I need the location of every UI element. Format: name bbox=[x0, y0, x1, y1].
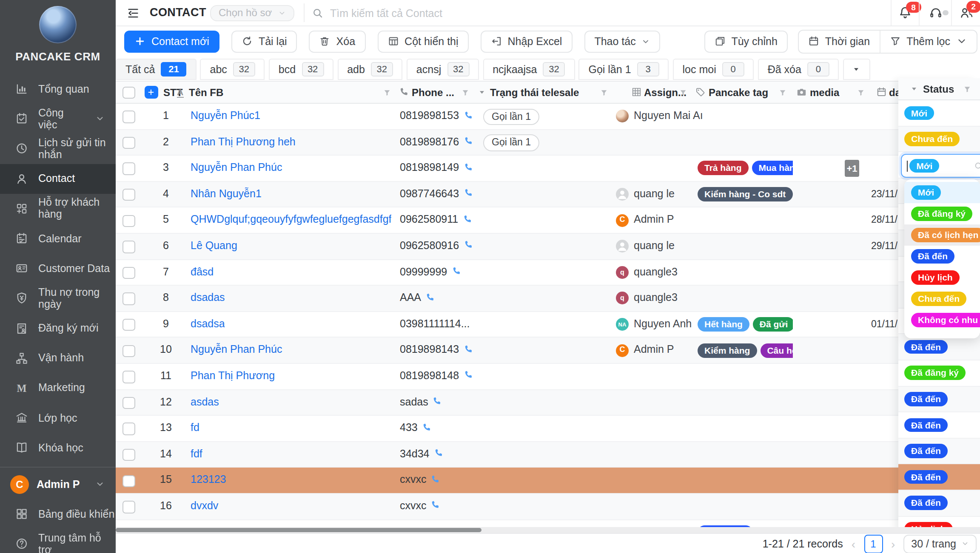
tab-a-xoa[interactable]: Đã xóa0 bbox=[758, 59, 839, 80]
phone-icon[interactable] bbox=[463, 370, 473, 380]
more-tags-badge[interactable]: +1 bbox=[845, 159, 859, 177]
tag-pill[interactable]: Trả hàng bbox=[698, 161, 749, 176]
status-editor-input[interactable]: Mới bbox=[901, 154, 980, 178]
filter-icon[interactable] bbox=[679, 82, 687, 103]
assignee-cell[interactable]: qquangle3 bbox=[616, 260, 678, 285]
support-call-button[interactable] bbox=[919, 0, 951, 26]
row-checkbox[interactable] bbox=[122, 449, 135, 461]
status-pill[interactable]: Đã đến bbox=[904, 444, 948, 458]
status-pill[interactable]: Đã đến bbox=[904, 340, 948, 354]
contact-name-link[interactable]: Nguyễn Phúc1 bbox=[191, 104, 260, 129]
status-pill[interactable]: Chưa đến bbox=[904, 132, 960, 146]
thoi-gian-button[interactable]: Thời gian bbox=[799, 30, 879, 52]
page-size-select[interactable]: 30 / trang bbox=[903, 535, 977, 553]
status-pill[interactable]: Đã đăng ký bbox=[904, 366, 966, 380]
row-checkbox[interactable] bbox=[122, 501, 135, 513]
thao-tac-button[interactable]: Thao tác bbox=[584, 30, 660, 52]
profile-selector-button[interactable]: Chọn hồ sơ bbox=[210, 5, 294, 21]
status-option-chua-en[interactable]: Chưa đến bbox=[904, 288, 980, 309]
contact-name-link[interactable]: QHWDglquf;gqeouyfyfgwfegluefgegfasdfgf bbox=[191, 208, 392, 233]
row-checkbox[interactable] bbox=[122, 241, 135, 253]
row-checkbox[interactable] bbox=[122, 111, 135, 123]
phone-icon[interactable] bbox=[451, 266, 462, 276]
tai-lai-button[interactable]: Tải lại bbox=[231, 30, 297, 52]
status-pill[interactable]: Đã đến bbox=[904, 496, 948, 510]
notifications-button[interactable]: 8 bbox=[891, 0, 919, 26]
filter-icon[interactable] bbox=[461, 82, 470, 103]
tab-ncjkaajsa[interactable]: ncjkaajsa32 bbox=[483, 59, 575, 80]
sidebar-user[interactable]: CAdmin P bbox=[0, 470, 116, 499]
row-checkbox[interactable] bbox=[122, 163, 135, 175]
contact-name-link[interactable]: dsadas bbox=[191, 286, 225, 311]
new-contact-button[interactable]: Contact mới bbox=[124, 30, 219, 52]
status-option-a-ang-ky[interactable]: Đã đăng ký bbox=[904, 203, 980, 224]
contact-name-link[interactable]: Phan Thị Phương bbox=[191, 364, 275, 389]
collapse-sidebar-icon[interactable] bbox=[127, 6, 140, 19]
nhap-excel-button[interactable]: Nhập Excel bbox=[481, 30, 573, 52]
contact-name-link[interactable]: Nguyễn Phan Phúc bbox=[191, 156, 282, 181]
phone-icon[interactable] bbox=[463, 344, 473, 354]
filter-icon[interactable] bbox=[963, 85, 971, 93]
quick-add-button[interactable] bbox=[145, 86, 158, 99]
contact-name-link[interactable]: Nhân Nguyễn1 bbox=[191, 182, 262, 207]
tag-pill[interactable]: Câu hỏi bbox=[760, 343, 793, 357]
status-pill[interactable]: Mới bbox=[904, 106, 934, 120]
telesale-status-pill[interactable]: Gọi lần 1 bbox=[483, 135, 539, 151]
customize-button[interactable]: Tùy chỉnh bbox=[704, 30, 787, 52]
contact-name-link[interactable]: fd bbox=[191, 416, 199, 441]
status-option-a-en[interactable]: Đã đến bbox=[904, 246, 980, 267]
contact-name-link[interactable]: đâsd bbox=[191, 260, 214, 285]
column-status[interactable]: Status bbox=[898, 78, 980, 100]
sidebar-item-van-hanh[interactable]: Vận hành bbox=[0, 343, 116, 373]
row-checkbox[interactable] bbox=[122, 293, 135, 305]
assignee-cell[interactable]: quang le bbox=[616, 182, 675, 207]
row-checkbox[interactable] bbox=[122, 267, 135, 279]
phone-icon[interactable] bbox=[463, 110, 473, 120]
filter-icon[interactable] bbox=[600, 82, 608, 103]
status-option-a-co-lich-hen[interactable]: Đã có lịch hẹn bbox=[904, 224, 980, 246]
sidebar-item-khoa-hoc[interactable]: Khóa học bbox=[0, 433, 116, 463]
phone-icon[interactable] bbox=[422, 422, 432, 432]
horizontal-scrollbar-thumb[interactable] bbox=[116, 528, 481, 532]
tag-pill[interactable]: Đã gửi bbox=[753, 317, 793, 332]
status-option-moi[interactable]: Mới bbox=[904, 182, 980, 203]
workspace-logo[interactable] bbox=[39, 6, 77, 43]
row-checkbox[interactable] bbox=[122, 345, 135, 357]
row-checkbox[interactable] bbox=[122, 371, 135, 383]
tab-adb[interactable]: adb32 bbox=[337, 59, 403, 80]
contact-name-link[interactable]: asdas bbox=[191, 390, 219, 415]
phone-icon[interactable] bbox=[463, 240, 473, 250]
contact-name-link[interactable]: Nguyễn Phan Phúc bbox=[191, 338, 282, 363]
row-checkbox[interactable] bbox=[122, 423, 135, 435]
status-pill[interactable]: Đã đến bbox=[904, 418, 948, 432]
assignee-cell[interactable]: NANguyen Anh bbox=[616, 312, 692, 337]
next-page-button[interactable]: › bbox=[891, 538, 895, 550]
telesale-status-pill[interactable]: Gọi lần 1 bbox=[483, 109, 539, 125]
status-pill[interactable]: Đã đến bbox=[904, 470, 948, 484]
phone-icon[interactable] bbox=[433, 396, 443, 406]
column-telesale[interactable]: Trạng thái telesale bbox=[490, 82, 579, 103]
sidebar-item-bang-ieu-khien[interactable]: Bảng điều khiển bbox=[0, 499, 116, 529]
global-search-input[interactable] bbox=[328, 0, 561, 26]
tab-goi-lan-1[interactable]: Gọi lần 13 bbox=[578, 59, 669, 80]
column-phone[interactable]: Phone ... bbox=[412, 82, 454, 103]
tag-pill[interactable]: Mua hàng bbox=[752, 161, 793, 176]
current-page[interactable]: 1 bbox=[864, 535, 883, 553]
sidebar-item-trung-tam-ho-tro[interactable]: Trung tâm hỗ trợ bbox=[0, 529, 116, 553]
row-checkbox[interactable] bbox=[122, 189, 135, 201]
tab-loc-moi[interactable]: loc moi0 bbox=[673, 59, 754, 80]
assignee-cell[interactable]: Nguyen Mai Aı bbox=[616, 104, 703, 129]
horizontal-scrollbar-track[interactable] bbox=[116, 527, 980, 533]
sidebar-item-calendar[interactable]: Calendar bbox=[0, 224, 116, 253]
row-checkbox[interactable] bbox=[122, 397, 135, 409]
contact-name-link[interactable]: 123123 bbox=[191, 468, 226, 493]
assignee-cell[interactable]: CAdmin P bbox=[616, 338, 674, 363]
cot-hien-thi-button[interactable]: Cột hiển thị bbox=[377, 30, 468, 52]
sidebar-item-ho-tro-khach-hang[interactable]: Hỗ trợ khách hàng bbox=[0, 194, 116, 224]
team-button[interactable]: 2 bbox=[951, 0, 980, 26]
tab-abc[interactable]: abc32 bbox=[200, 59, 265, 80]
row-checkbox[interactable] bbox=[122, 475, 135, 487]
phone-icon[interactable] bbox=[463, 136, 473, 146]
more-tabs-button[interactable] bbox=[843, 59, 870, 80]
row-checkbox[interactable] bbox=[122, 319, 135, 331]
